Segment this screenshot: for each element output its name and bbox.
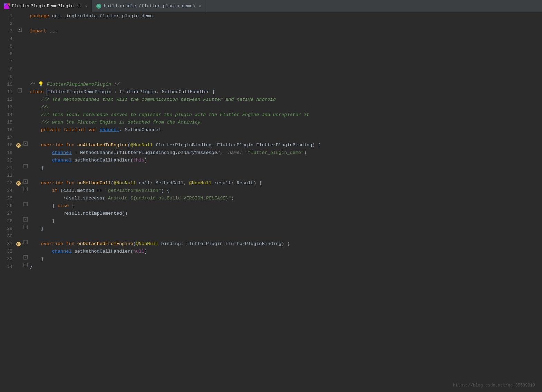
code-line: 22 [0, 172, 542, 179]
code-content: package com.kingtroldata.flutter_plugin_… [28, 12, 542, 20]
line-number: 28 [0, 217, 17, 225]
fold-icon-right[interactable]: - [23, 141, 28, 146]
code-line: 12 /// The MethodChannel that will the c… [0, 96, 542, 104]
code-line: 9 [0, 73, 542, 81]
code-content: channel = MethodChannel(flutterPluginBin… [28, 149, 542, 157]
fold-icon-left[interactable]: - [17, 28, 23, 32]
code-line: 30 [0, 233, 542, 240]
code-line: 11-class FlutterPluginDemoPlugin : Flutt… [0, 88, 542, 96]
code-content: } [28, 217, 542, 225]
fold-icon-right[interactable]: - [23, 202, 28, 206]
override-icon[interactable]: O↑ [17, 141, 23, 149]
fold-icon-right[interactable]: - [23, 240, 28, 244]
tab-kotlin-close[interactable]: ✕ [85, 4, 88, 8]
code-content: /// This local reference serves to regis… [28, 111, 542, 119]
code-content: if (call.method == "getPlatformVersion")… [28, 187, 542, 195]
code-content: class FlutterPluginDemoPlugin : FlutterP… [28, 88, 542, 96]
kotlin-icon [4, 3, 10, 9]
fold-icon-right[interactable]: - [23, 225, 28, 229]
code-content: } [28, 225, 542, 233]
code-line: 5 [0, 43, 542, 50]
code-content: } [28, 255, 542, 263]
code-content [28, 66, 542, 73]
line-number: 19 [0, 149, 17, 157]
line-number: 6 [0, 50, 17, 58]
code-content: } [28, 263, 542, 271]
code-content: channel.setMethodCallHandler(this) [28, 157, 542, 164]
override-icon[interactable]: O↑ [17, 240, 23, 248]
line-number: 20 [0, 157, 17, 164]
tab-kotlin-label: FlutterPluginDemoPlugin.kt [12, 3, 82, 9]
line-number: 7 [0, 58, 17, 66]
line-number: 8 [0, 66, 17, 73]
line-number: 13 [0, 104, 17, 111]
line-number: 16 [0, 126, 17, 134]
fold-icon-right[interactable]: - [23, 217, 28, 222]
code-line: 7 [0, 58, 542, 66]
svg-text:G: G [98, 5, 99, 8]
code-line: 27 result.notImplemented() [0, 210, 542, 217]
tab-gradle[interactable]: G build.gradle (flutter_plugin_demo) ✕ [92, 0, 205, 12]
line-number: 9 [0, 73, 17, 81]
code-line: 33- } [0, 255, 542, 263]
code-line: 24- if (call.method == "getPlatformVersi… [0, 187, 542, 195]
code-line: 13 /// [0, 104, 542, 111]
code-line: 21- } [0, 164, 542, 172]
fold-icon-right[interactable]: - [23, 179, 28, 184]
code-content: result.success("Android ${android.os.Bui… [28, 195, 542, 202]
line-number: 25 [0, 195, 17, 202]
line-number: 34 [0, 263, 17, 271]
tab-bar: FlutterPluginDemoPlugin.kt ✕ G build.gra… [0, 0, 542, 12]
code-line: 23O↑- override fun onMethodCall(@NonNull… [0, 179, 542, 187]
line-number: 4 [0, 35, 17, 43]
code-area: 1package com.kingtroldata.flutter_plugin… [0, 12, 542, 271]
code-line: 15 /// when the Flutter Engine is detach… [0, 119, 542, 126]
line-number: 31 [0, 240, 17, 248]
code-content [28, 73, 542, 81]
code-content [28, 35, 542, 43]
code-content: } [28, 164, 542, 172]
code-content: /// [28, 104, 542, 111]
tab-gradle-label: build.gradle (flutter_plugin_demo) [104, 3, 195, 9]
code-line: 32 channel.setMethodCallHandler(null) [0, 248, 542, 255]
line-number: 11 [0, 88, 17, 96]
code-line: 31O↑- override fun onDetachedFromEngine(… [0, 240, 542, 248]
line-number: 12 [0, 96, 17, 104]
line-number: 21 [0, 164, 17, 172]
line-number: 22 [0, 172, 17, 179]
code-content: override fun onDetachedFromEngine(@NonNu… [28, 240, 542, 248]
line-number: 10 [0, 81, 17, 88]
fold-icon-right[interactable]: - [23, 187, 28, 191]
code-line: 26- } else { [0, 202, 542, 210]
code-line: 25 result.success("Android ${android.os.… [0, 195, 542, 202]
line-number: 27 [0, 210, 17, 217]
code-line: 20 channel.setMethodCallHandler(this) [0, 157, 542, 164]
code-content [28, 134, 542, 141]
line-number: 5 [0, 43, 17, 50]
code-line: 17 [0, 134, 542, 141]
code-content: override fun onAttachedToEngine(@NonNull… [28, 141, 542, 149]
watermark: https://blog.csdn.net/qq_35589019 [453, 383, 535, 388]
code-content: /* 💡 FlutterPluginDemoPlugin */ [28, 81, 542, 88]
fold-icon-right[interactable]: - [23, 263, 28, 267]
line-number: 33 [0, 255, 17, 263]
code-line: 3-import ... [0, 28, 542, 35]
fold-icon-right[interactable]: - [23, 255, 28, 259]
line-number: 15 [0, 119, 17, 126]
fold-icon-right[interactable]: - [23, 164, 28, 168]
code-content: /// The MethodChannel that will the comm… [28, 96, 542, 104]
line-number: 18 [0, 141, 17, 149]
tab-gradle-close[interactable]: ✕ [199, 4, 201, 8]
line-number: 29 [0, 225, 17, 233]
code-content: /// when the Flutter Engine is detached … [28, 119, 542, 126]
line-number: 1 [0, 12, 17, 20]
code-line: 6 [0, 50, 542, 58]
tab-kotlin[interactable]: FlutterPluginDemoPlugin.kt ✕ [0, 0, 92, 12]
code-line: 16 private lateinit var channel: MethodC… [0, 126, 542, 134]
override-icon[interactable]: O↑ [17, 179, 23, 187]
fold-icon-left[interactable]: - [17, 88, 23, 92]
line-number: 2 [0, 20, 17, 28]
line-number: 30 [0, 233, 17, 240]
code-content [28, 20, 542, 28]
code-content: channel.setMethodCallHandler(null) [28, 248, 542, 255]
